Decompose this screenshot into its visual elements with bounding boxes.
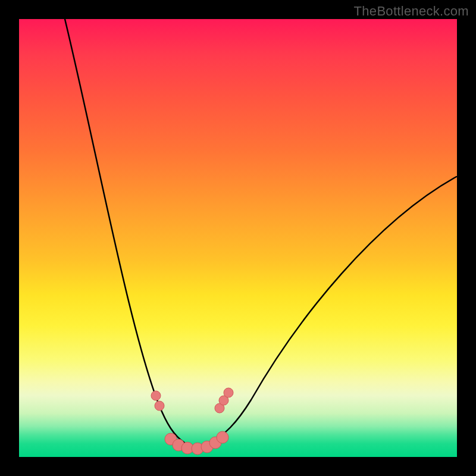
series-left-arm bbox=[65, 19, 184, 443]
marker-dot bbox=[217, 431, 228, 443]
data-markers bbox=[151, 388, 233, 455]
marker-dot bbox=[155, 401, 164, 411]
curve-layer bbox=[19, 19, 457, 457]
curve-paths bbox=[65, 19, 456, 449]
plot-area bbox=[19, 19, 457, 457]
marker-dot bbox=[224, 388, 233, 397]
marker-dot bbox=[151, 391, 161, 400]
series-right-arm bbox=[209, 177, 456, 443]
watermark-text: TheBottleneck.com bbox=[354, 4, 469, 19]
chart-frame: TheBottleneck.com bbox=[0, 0, 476, 476]
